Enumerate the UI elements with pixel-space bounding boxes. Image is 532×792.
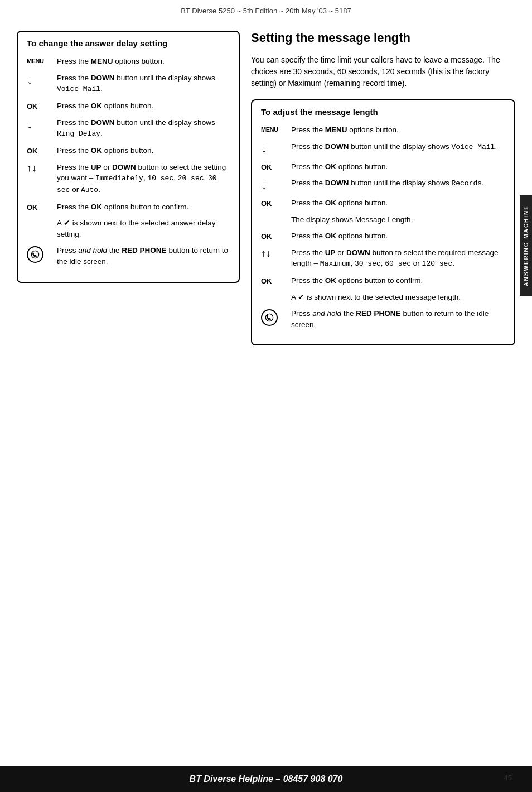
step-r-text-updown-1: Press the UP or DOWN button to select th… — [291, 247, 505, 270]
step-text-menu-1: Press the MENU options button. — [57, 56, 230, 67]
note-checkmark-2: A ✔ is shown next to the selected messag… — [261, 292, 505, 303]
step-ok-2: OK Press the OK options button. — [27, 145, 230, 156]
step-r-menu-1: MENU Press the MENU options button. — [261, 124, 505, 136]
step-ok-1: OK Press the OK options button. — [27, 100, 230, 112]
updown-arrow-icon-1: ↑ ↓ — [27, 162, 51, 173]
step-text-ok-2: Press the OK options button. — [57, 145, 230, 156]
right-column: Setting the message length You can speci… — [251, 31, 515, 359]
step-down-1: ↓ Press the DOWN button until the displa… — [27, 73, 230, 95]
step-text-ok-3: Press the OK options button to confirm. — [57, 201, 230, 213]
note-checkmark-1: A ✔ is shown next to the selected answer… — [27, 218, 230, 239]
step-phone-1: Press and hold the RED PHONE button to r… — [27, 245, 230, 267]
answer-delay-title: To change the answer delay setting — [27, 39, 230, 48]
note-display-1: The display shows Message Length. — [261, 214, 505, 225]
answer-delay-box: To change the answer delay setting MENU … — [17, 31, 240, 283]
step-down-2: ↓ Press the DOWN button until the displa… — [27, 117, 230, 140]
phone-icon-1 — [27, 245, 51, 263]
content-area: To change the answer delay setting MENU … — [0, 20, 532, 370]
step-r-text-menu-1: Press the MENU options button. — [291, 124, 505, 136]
menu-icon-1: MENU — [27, 56, 51, 64]
section-heading: Setting the message length — [251, 31, 515, 47]
step-r-ok-1: OK Press the OK options button. — [261, 161, 505, 172]
ok-icon-2: OK — [27, 145, 51, 155]
step-r-text-ok-4: Press the OK options button to confirm. — [291, 275, 505, 286]
r-updown-arrow-1: ↑ ↓ — [261, 247, 286, 258]
r-menu-icon-1: MENU — [261, 124, 286, 133]
side-tab: ANSWERING MACHINE — [520, 195, 532, 296]
step-r-ok-4: OK Press the OK options button to confir… — [261, 275, 505, 286]
step-menu-1: MENU Press the MENU options button. — [27, 56, 230, 67]
r-down-arrow-1: ↓ — [261, 141, 286, 156]
page-header: BT Diverse 5250 ~ 5th Edition ~ 20th May… — [0, 0, 532, 20]
r-down-arrow-2: ↓ — [261, 177, 286, 192]
footer: BT Diverse Helpline – 08457 908 070 — [0, 766, 532, 792]
step-r-text-phone-1: Press and hold the RED PHONE button to r… — [291, 308, 505, 330]
phone-circle-1 — [27, 246, 43, 263]
step-r-ok-3: OK Press the OK options button. — [261, 231, 505, 242]
header-title: BT Diverse 5250 ~ 5th Edition ~ 20th May… — [181, 7, 351, 15]
ok-icon-1: OK — [27, 100, 51, 111]
message-length-title: To adjust the message length — [261, 107, 505, 117]
r-ok-icon-1: OK — [261, 161, 286, 171]
r-phone-circle-1 — [261, 309, 278, 326]
svg-point-0 — [31, 251, 38, 258]
step-r-text-ok-3: Press the OK options button. — [291, 231, 505, 242]
step-r-text-ok-2: Press the OK options button. — [291, 198, 505, 209]
step-ok-3: OK Press the OK options button to confir… — [27, 201, 230, 213]
step-text-ok-1: Press the OK options button. — [57, 100, 230, 112]
step-text-down-2: Press the DOWN button until the display … — [57, 117, 230, 140]
step-updown-1: ↑ ↓ Press the UP or DOWN button to selec… — [27, 162, 230, 196]
step-text-phone-1: Press and hold the RED PHONE button to r… — [57, 245, 230, 267]
step-r-text-down-1: Press the DOWN button until the display … — [291, 141, 505, 153]
r-ok-icon-4: OK — [261, 275, 286, 285]
step-text-updown-1: Press the UP or DOWN button to select th… — [57, 162, 230, 196]
section-intro: You can specify the time limit your call… — [251, 54, 515, 89]
step-r-down-2: ↓ Press the DOWN button until the displa… — [261, 177, 505, 192]
step-r-text-down-2: Press the DOWN button until the display … — [291, 177, 505, 189]
footer-text: BT Diverse Helpline – 08457 908 070 — [190, 774, 343, 784]
step-r-down-1: ↓ Press the DOWN button until the displa… — [261, 141, 505, 156]
r-phone-icon-1 — [261, 308, 286, 326]
step-text-down-1: Press the DOWN button until the display … — [57, 73, 230, 95]
ok-icon-3: OK — [27, 201, 51, 212]
r-ok-icon-2: OK — [261, 198, 286, 208]
down-arrow-icon-2: ↓ — [27, 117, 51, 132]
down-arrow-icon-1: ↓ — [27, 73, 51, 87]
step-r-phone-1: Press and hold the RED PHONE button to r… — [261, 308, 505, 330]
side-tab-label: ANSWERING MACHINE — [523, 205, 529, 286]
step-r-ok-2: OK Press the OK options button. — [261, 198, 505, 209]
left-column: To change the answer delay setting MENU … — [17, 31, 240, 359]
step-r-text-ok-1: Press the OK options button. — [291, 161, 505, 172]
svg-point-1 — [265, 314, 273, 321]
message-length-box: To adjust the message length MENU Press … — [251, 99, 515, 345]
page-number-value: 45 — [504, 774, 512, 782]
r-ok-icon-3: OK — [261, 231, 286, 241]
page-number: 45 — [504, 774, 512, 782]
step-r-updown-1: ↑ ↓ Press the UP or DOWN button to selec… — [261, 247, 505, 270]
